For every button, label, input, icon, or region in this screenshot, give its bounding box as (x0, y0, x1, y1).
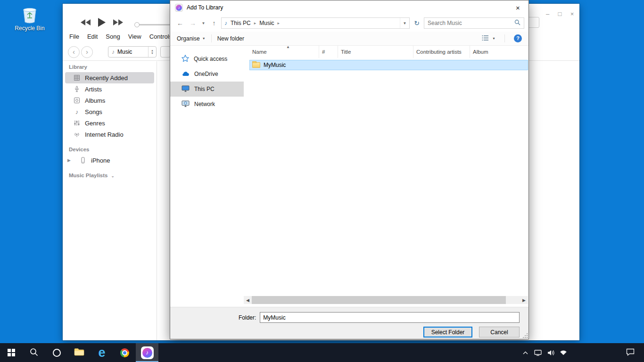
playback-controls (81, 18, 123, 28)
sidebar-item-label: Albums (85, 97, 105, 104)
menu-edit[interactable]: Edit (87, 33, 98, 40)
menu-file[interactable]: File (69, 33, 79, 40)
dialog-command-bar: Organise ▼ New folder ▼ ? (170, 32, 528, 46)
refresh-icon[interactable]: ↻ (411, 19, 422, 27)
sidebar-item-label: Artists (85, 86, 102, 93)
volume-slider[interactable] (135, 24, 171, 25)
sidebar-item-genres[interactable]: Genres (65, 117, 154, 129)
scroll-left-icon[interactable]: ◀ (244, 296, 252, 304)
next-button[interactable] (113, 19, 123, 27)
menu-view[interactable]: View (128, 33, 141, 40)
sidebar-item-iphone[interactable]: ▶ iPhone (65, 155, 154, 166)
select-spinner-icon[interactable]: ▲▼ (148, 47, 156, 57)
address-bar[interactable]: ♪ This PC ▸ Music ▸ ▼ (221, 17, 410, 29)
column-name[interactable]: Name (249, 46, 319, 58)
edge-button[interactable]: e (91, 343, 113, 362)
volume-icon[interactable] (547, 350, 554, 356)
select-folder-button[interactable]: Select Folder (423, 327, 472, 337)
minimize-icon[interactable]: – (544, 10, 551, 17)
sidebar-item-label: Genres (85, 120, 105, 127)
itunes-icon: ♪ (141, 346, 154, 359)
column-title[interactable]: Title (338, 46, 413, 58)
nav-item-quick-access[interactable]: Quick access (170, 51, 244, 66)
horizontal-scrollbar: ◀ ▶ (244, 296, 528, 304)
taskbar-search-button[interactable] (23, 343, 45, 362)
nav-item-this-pc[interactable]: This PC (170, 82, 244, 97)
sidebar-item-recently-added[interactable]: Recently Added (65, 72, 154, 83)
show-hidden-icons-chevron[interactable] (521, 351, 529, 354)
close-icon[interactable]: × (507, 0, 528, 15)
cortana-button[interactable] (45, 343, 68, 362)
desktop: Recycle Bin – □ × File Edit Song View Co (0, 0, 644, 362)
address-dropdown-icon[interactable]: ▼ (400, 18, 409, 28)
folder-field-label: Folder: (239, 314, 256, 321)
recycle-bin-shortcut[interactable]: Recycle Bin (12, 5, 47, 32)
wifi-icon[interactable] (560, 350, 567, 355)
maximize-icon[interactable]: □ (556, 10, 563, 17)
scrollbar-track[interactable] (252, 296, 520, 304)
resize-grip[interactable] (522, 333, 528, 338)
column-contributing-artists[interactable]: Contributing artists (413, 46, 470, 58)
breadcrumb-separator-icon[interactable]: ▸ (254, 21, 256, 25)
volume-knob[interactable] (134, 22, 140, 27)
breadcrumb-separator-icon[interactable]: ▸ (278, 21, 280, 25)
forward-arrow-icon[interactable]: → (187, 19, 198, 27)
forward-button[interactable]: › (81, 46, 93, 58)
column-album[interactable]: Album (470, 46, 528, 58)
iphone-icon (79, 157, 87, 164)
sidebar-item-internet-radio[interactable]: Internet Radio (65, 129, 154, 140)
file-row-mymusic[interactable]: MyMusic (249, 60, 528, 70)
help-icon[interactable]: ? (514, 34, 522, 42)
nav-item-onedrive[interactable]: OneDrive (170, 66, 244, 82)
action-center-button[interactable] (626, 343, 635, 362)
sidebar-item-artists[interactable]: Artists (65, 83, 154, 95)
view-dropdown-icon[interactable]: ▼ (492, 37, 495, 40)
sidebar-item-albums[interactable]: Albums (65, 95, 154, 106)
breadcrumb-this-pc[interactable]: This PC (231, 20, 251, 26)
up-arrow-icon[interactable]: ↑ (208, 19, 220, 27)
new-folder-button[interactable]: New folder (217, 35, 244, 42)
add-to-library-dialog: ♪ Add To Library × ← → ▼ ↑ ♪ This PC ▸ M… (170, 0, 529, 339)
organise-button[interactable]: Organise ▼ (177, 35, 206, 42)
previous-button[interactable] (81, 19, 91, 27)
pc-status-icon[interactable] (534, 350, 542, 356)
recycle-bin-icon (12, 5, 47, 24)
nav-item-label: Quick access (194, 56, 227, 62)
play-button[interactable] (98, 18, 106, 28)
chrome-button[interactable] (113, 343, 136, 362)
dialog-titlebar[interactable]: ♪ Add To Library × (170, 0, 528, 15)
close-icon[interactable]: × (569, 10, 576, 17)
itunes-window-controls: – □ × (544, 10, 576, 17)
scroll-right-icon[interactable]: ▶ (520, 296, 528, 304)
search-input[interactable] (428, 20, 514, 26)
music-playlists-header[interactable]: Music Playlists ⌄ (69, 173, 157, 178)
breadcrumb-music[interactable]: Music (259, 20, 274, 26)
edge-icon: e (98, 346, 105, 359)
folder-name-input[interactable] (260, 312, 520, 323)
music-note-icon: ♪ (73, 108, 81, 115)
history-chevron-icon[interactable]: ▼ (200, 21, 207, 25)
column-number[interactable]: # (319, 46, 338, 58)
chevron-down-icon: ▼ (202, 37, 206, 40)
recycle-bin-label: Recycle Bin (12, 25, 47, 32)
media-kind-select[interactable]: ♪ Music ▲▼ (108, 46, 157, 58)
album-icon (73, 97, 81, 104)
details-view-icon[interactable] (482, 35, 489, 42)
disclosure-caret-icon[interactable]: ▶ (67, 158, 71, 163)
start-button[interactable] (0, 343, 23, 362)
search-icon[interactable] (514, 19, 520, 27)
back-button[interactable]: ‹ (68, 46, 80, 58)
action-center-icon (626, 348, 635, 357)
cancel-button[interactable]: Cancel (479, 327, 520, 337)
menu-controls[interactable]: Controls (149, 33, 172, 40)
scrollbar-thumb[interactable] (252, 296, 506, 304)
file-explorer-button[interactable] (68, 343, 91, 362)
menu-song[interactable]: Song (106, 33, 120, 40)
nav-item-network[interactable]: Network (170, 97, 244, 112)
nav-item-label: This PC (194, 86, 215, 92)
view-toggle-button[interactable] (160, 46, 171, 58)
itunes-taskbar-button[interactable]: ♪ (136, 343, 158, 362)
back-arrow-icon[interactable]: ← (174, 19, 186, 27)
dialog-footer: Folder: Select Folder Cancel (170, 307, 528, 339)
sidebar-item-songs[interactable]: ♪ Songs (65, 106, 154, 117)
